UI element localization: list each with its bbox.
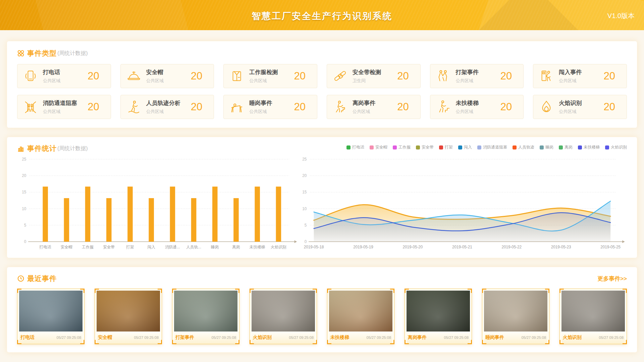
svg-text:25: 25 [22,157,26,162]
event-name: 火焰识别 [563,335,582,341]
flame-icon [539,99,554,115]
legend-item[interactable]: 消防通道阻塞 [477,144,507,150]
svg-text:睡岗: 睡岗 [211,245,219,249]
svg-text:10: 10 [22,206,26,211]
recent-event-card[interactable]: 火焰识别05/27 09:25:08 [250,289,317,344]
phone-icon [23,68,38,84]
event-type-card[interactable]: 工作服检测公共区域20 [223,64,317,88]
frame-corner [158,340,162,344]
leave-icon [332,99,348,115]
event-type-name: 工作服检测 [249,68,294,76]
event-type-name: 睡岗事件 [249,99,294,107]
event-type-name: 打架事件 [456,68,500,76]
recent-event-card[interactable]: 未扶楼梯05/27 09:25:08 [327,289,394,344]
event-type-card[interactable]: 打电话公共区域20 [17,64,111,88]
legend-item[interactable]: 打电话 [346,144,364,150]
event-type-card[interactable]: 离岗事件公共区域20 [327,95,421,119]
event-stats-title: 事件统计 [27,144,57,153]
event-name: 打架事件 [175,335,194,341]
event-type-card[interactable]: 安全帽公共区域20 [120,64,214,88]
frame-corner [95,340,99,344]
legend-swatch [513,145,517,149]
event-type-count: 20 [500,101,518,113]
legend-item[interactable]: 安全带 [416,144,434,150]
event-bar-chart[interactable]: 0510152025打电话安全帽工作服安全带打架闯入消防通...人员轨...睡岗… [17,155,298,253]
event-type-area: 公共区域 [146,109,191,115]
legend-swatch [605,145,609,149]
event-type-area: 公共区域 [456,78,500,84]
frame-corner [80,289,85,293]
event-type-name: 火焰识别 [559,99,603,107]
event-types-title: 事件类型 [27,49,57,58]
bar-chart-icon [17,145,24,152]
page-title: 智慧工厂安全生产行为识别系统 [0,10,644,22]
legend-item[interactable]: 安全帽 [370,144,387,150]
belt-icon [332,68,348,84]
fight-icon [436,68,451,84]
event-type-card[interactable]: 人员轨迹分析公共区域20 [120,95,214,119]
recent-event-card[interactable]: 打架事件05/27 09:25:08 [172,289,239,344]
svg-text:2019-05-25: 2019-05-25 [601,245,621,249]
event-type-card[interactable]: 闯入事件公共区域20 [533,64,627,88]
event-photo [252,291,315,331]
frame-corner [80,340,85,344]
recent-event-card[interactable]: 火焰识别05/27 09:25:08 [559,289,627,344]
recent-event-card[interactable]: 离岗事件05/27 09:25:08 [405,289,472,344]
legend-item[interactable]: 火焰识别 [605,144,627,150]
recent-event-card[interactable]: 睡岗事件05/27 09:25:08 [482,289,549,344]
event-type-count: 20 [88,101,105,113]
more-events-link[interactable]: 更多事件>> [597,275,627,283]
legend-item[interactable]: 未扶楼梯 [578,144,600,150]
event-type-card[interactable]: 火焰识别公共区域20 [533,95,627,119]
shirt-icon [229,68,245,84]
frame-corner [250,340,254,344]
event-type-card[interactable]: 安全带检测卫生间20 [327,64,421,88]
event-type-count: 20 [397,70,415,82]
svg-text:0: 0 [305,239,307,244]
svg-text:打架: 打架 [126,245,134,249]
event-type-count: 20 [191,70,208,82]
version-label: V1.0版本 [607,11,635,20]
event-photo [19,291,83,331]
event-timestamp: 05/27 09:25:08 [367,336,391,340]
svg-text:5: 5 [305,223,307,228]
event-trend-chart[interactable]: 05101520252019-05-182019-05-192019-05-20… [298,155,627,253]
legend-label: 打架 [445,144,453,150]
grid-icon [17,50,24,57]
event-type-card[interactable]: 未扶楼梯公共区域20 [430,95,524,119]
event-type-count: 20 [500,70,518,82]
legend-label: 闯入 [464,144,472,150]
event-type-name: 人员轨迹分析 [146,99,191,107]
svg-text:20: 20 [302,173,307,178]
legend-label: 睡岗 [545,144,553,150]
svg-text:2019-05-21: 2019-05-21 [452,245,472,249]
event-type-card[interactable]: 消防通道阻塞公共区域20 [17,95,111,119]
frame-corner [95,289,99,293]
legend-swatch [346,145,351,149]
legend-item[interactable]: 人员轨迹 [513,144,534,150]
frame-corner [313,289,317,293]
legend-item[interactable]: 打架 [439,144,453,150]
frame-corner [327,340,331,344]
legend-label: 打电话 [352,144,364,150]
event-stats-panel: 事件统计 (周统计数据) 打电话安全帽工作服安全带打架闯入消防通道阻塞人员轨迹睡… [7,137,637,258]
event-type-card[interactable]: 睡岗事件公共区域20 [223,95,317,119]
recent-event-card-grid: 打电话05/27 09:25:08安全帽05/27 09:25:08打架事件05… [17,289,627,344]
app-header: 智慧工厂安全生产行为识别系统 V1.0版本 [0,0,644,30]
recent-event-card[interactable]: 打电话05/27 09:25:08 [17,289,85,344]
legend-item[interactable]: 闯入 [458,144,472,150]
legend-item[interactable]: 睡岗 [540,144,553,150]
event-type-area: 公共区域 [146,78,191,84]
legend-item[interactable]: 离岗 [559,144,573,150]
frame-corner [623,340,627,344]
frame-corner [559,289,564,293]
svg-text:0: 0 [24,239,26,244]
recent-event-card[interactable]: 安全帽05/27 09:25:08 [95,289,162,344]
event-type-name: 打电话 [43,68,88,76]
legend-item[interactable]: 工作服 [393,144,411,150]
event-type-card[interactable]: 打架事件公共区域20 [430,64,524,88]
svg-text:10: 10 [302,206,307,211]
legend-swatch [416,145,420,149]
event-type-area: 公共区域 [249,109,294,115]
event-name: 未扶楼梯 [330,335,349,341]
